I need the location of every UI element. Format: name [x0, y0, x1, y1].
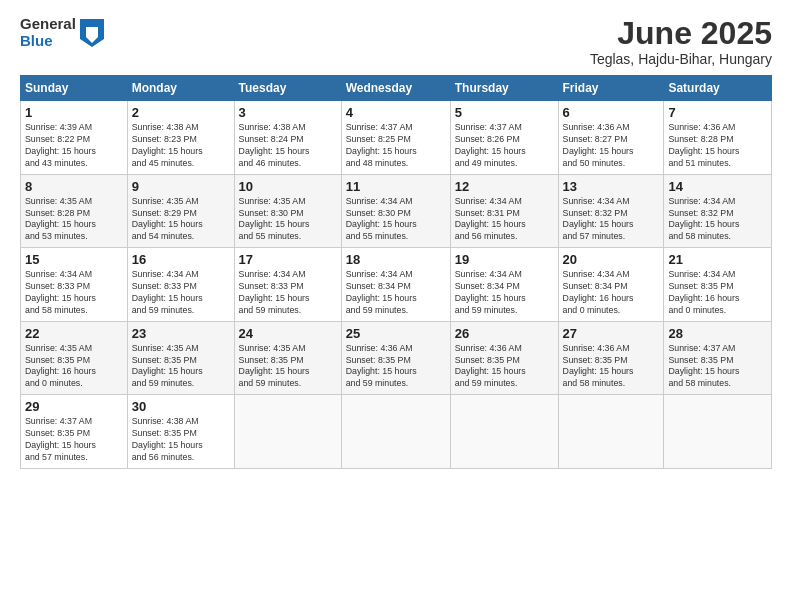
day-info: Sunrise: 4:37 AM Sunset: 8:26 PM Dayligh…	[455, 122, 554, 170]
day-info: Sunrise: 4:34 AM Sunset: 8:33 PM Dayligh…	[132, 269, 230, 317]
day-info: Sunrise: 4:35 AM Sunset: 8:35 PM Dayligh…	[132, 343, 230, 391]
calendar-cell: 9Sunrise: 4:35 AM Sunset: 8:29 PM Daylig…	[127, 174, 234, 248]
day-info: Sunrise: 4:34 AM Sunset: 8:32 PM Dayligh…	[563, 196, 660, 244]
calendar-cell: 11Sunrise: 4:34 AM Sunset: 8:30 PM Dayli…	[341, 174, 450, 248]
calendar-cell: 21Sunrise: 4:34 AM Sunset: 8:35 PM Dayli…	[664, 248, 772, 322]
day-number: 24	[239, 326, 337, 341]
col-tuesday: Tuesday	[234, 76, 341, 101]
page: General Blue June 2025 Teglas, Hajdu-Bih…	[0, 0, 792, 479]
logo: General Blue	[20, 16, 104, 49]
day-number: 2	[132, 105, 230, 120]
day-info: Sunrise: 4:34 AM Sunset: 8:33 PM Dayligh…	[25, 269, 123, 317]
calendar-cell: 2Sunrise: 4:38 AM Sunset: 8:23 PM Daylig…	[127, 101, 234, 175]
day-info: Sunrise: 4:36 AM Sunset: 8:28 PM Dayligh…	[668, 122, 767, 170]
calendar-cell: 25Sunrise: 4:36 AM Sunset: 8:35 PM Dayli…	[341, 321, 450, 395]
day-number: 30	[132, 399, 230, 414]
day-number: 19	[455, 252, 554, 267]
day-number: 14	[668, 179, 767, 194]
calendar-cell: 28Sunrise: 4:37 AM Sunset: 8:35 PM Dayli…	[664, 321, 772, 395]
day-info: Sunrise: 4:35 AM Sunset: 8:35 PM Dayligh…	[239, 343, 337, 391]
calendar-cell	[234, 395, 341, 469]
header: General Blue June 2025 Teglas, Hajdu-Bih…	[20, 16, 772, 67]
col-friday: Friday	[558, 76, 664, 101]
day-info: Sunrise: 4:35 AM Sunset: 8:28 PM Dayligh…	[25, 196, 123, 244]
day-info: Sunrise: 4:34 AM Sunset: 8:32 PM Dayligh…	[668, 196, 767, 244]
day-number: 23	[132, 326, 230, 341]
day-number: 27	[563, 326, 660, 341]
calendar-cell: 14Sunrise: 4:34 AM Sunset: 8:32 PM Dayli…	[664, 174, 772, 248]
calendar-cell: 18Sunrise: 4:34 AM Sunset: 8:34 PM Dayli…	[341, 248, 450, 322]
day-number: 16	[132, 252, 230, 267]
day-number: 26	[455, 326, 554, 341]
col-thursday: Thursday	[450, 76, 558, 101]
col-sunday: Sunday	[21, 76, 128, 101]
logo-general: General	[20, 16, 76, 33]
calendar-cell: 3Sunrise: 4:38 AM Sunset: 8:24 PM Daylig…	[234, 101, 341, 175]
calendar-cell: 24Sunrise: 4:35 AM Sunset: 8:35 PM Dayli…	[234, 321, 341, 395]
day-number: 5	[455, 105, 554, 120]
day-info: Sunrise: 4:34 AM Sunset: 8:34 PM Dayligh…	[346, 269, 446, 317]
day-info: Sunrise: 4:36 AM Sunset: 8:35 PM Dayligh…	[455, 343, 554, 391]
subtitle: Teglas, Hajdu-Bihar, Hungary	[590, 51, 772, 67]
calendar-cell: 4Sunrise: 4:37 AM Sunset: 8:25 PM Daylig…	[341, 101, 450, 175]
day-info: Sunrise: 4:37 AM Sunset: 8:35 PM Dayligh…	[668, 343, 767, 391]
calendar-cell: 30Sunrise: 4:38 AM Sunset: 8:35 PM Dayli…	[127, 395, 234, 469]
day-info: Sunrise: 4:34 AM Sunset: 8:33 PM Dayligh…	[239, 269, 337, 317]
day-info: Sunrise: 4:36 AM Sunset: 8:35 PM Dayligh…	[563, 343, 660, 391]
col-wednesday: Wednesday	[341, 76, 450, 101]
calendar-cell: 22Sunrise: 4:35 AM Sunset: 8:35 PM Dayli…	[21, 321, 128, 395]
calendar-cell: 15Sunrise: 4:34 AM Sunset: 8:33 PM Dayli…	[21, 248, 128, 322]
day-info: Sunrise: 4:35 AM Sunset: 8:29 PM Dayligh…	[132, 196, 230, 244]
calendar-body: 1Sunrise: 4:39 AM Sunset: 8:22 PM Daylig…	[21, 101, 772, 469]
day-info: Sunrise: 4:34 AM Sunset: 8:35 PM Dayligh…	[668, 269, 767, 317]
day-number: 8	[25, 179, 123, 194]
day-number: 9	[132, 179, 230, 194]
calendar-cell: 1Sunrise: 4:39 AM Sunset: 8:22 PM Daylig…	[21, 101, 128, 175]
day-number: 28	[668, 326, 767, 341]
calendar-cell: 10Sunrise: 4:35 AM Sunset: 8:30 PM Dayli…	[234, 174, 341, 248]
day-number: 29	[25, 399, 123, 414]
day-info: Sunrise: 4:34 AM Sunset: 8:30 PM Dayligh…	[346, 196, 446, 244]
day-info: Sunrise: 4:38 AM Sunset: 8:23 PM Dayligh…	[132, 122, 230, 170]
calendar-cell: 17Sunrise: 4:34 AM Sunset: 8:33 PM Dayli…	[234, 248, 341, 322]
calendar-table: Sunday Monday Tuesday Wednesday Thursday…	[20, 75, 772, 469]
calendar-week-5: 29Sunrise: 4:37 AM Sunset: 8:35 PM Dayli…	[21, 395, 772, 469]
calendar-cell: 8Sunrise: 4:35 AM Sunset: 8:28 PM Daylig…	[21, 174, 128, 248]
day-number: 20	[563, 252, 660, 267]
calendar-cell: 7Sunrise: 4:36 AM Sunset: 8:28 PM Daylig…	[664, 101, 772, 175]
day-number: 1	[25, 105, 123, 120]
day-number: 11	[346, 179, 446, 194]
day-number: 22	[25, 326, 123, 341]
calendar-cell: 16Sunrise: 4:34 AM Sunset: 8:33 PM Dayli…	[127, 248, 234, 322]
day-info: Sunrise: 4:35 AM Sunset: 8:35 PM Dayligh…	[25, 343, 123, 391]
day-info: Sunrise: 4:38 AM Sunset: 8:35 PM Dayligh…	[132, 416, 230, 464]
calendar-cell: 20Sunrise: 4:34 AM Sunset: 8:34 PM Dayli…	[558, 248, 664, 322]
col-monday: Monday	[127, 76, 234, 101]
calendar-cell: 19Sunrise: 4:34 AM Sunset: 8:34 PM Dayli…	[450, 248, 558, 322]
day-info: Sunrise: 4:37 AM Sunset: 8:35 PM Dayligh…	[25, 416, 123, 464]
day-number: 15	[25, 252, 123, 267]
calendar-week-3: 15Sunrise: 4:34 AM Sunset: 8:33 PM Dayli…	[21, 248, 772, 322]
day-info: Sunrise: 4:35 AM Sunset: 8:30 PM Dayligh…	[239, 196, 337, 244]
day-number: 17	[239, 252, 337, 267]
day-number: 3	[239, 105, 337, 120]
day-number: 21	[668, 252, 767, 267]
day-number: 25	[346, 326, 446, 341]
day-info: Sunrise: 4:36 AM Sunset: 8:35 PM Dayligh…	[346, 343, 446, 391]
calendar-cell	[450, 395, 558, 469]
day-number: 7	[668, 105, 767, 120]
calendar-cell: 13Sunrise: 4:34 AM Sunset: 8:32 PM Dayli…	[558, 174, 664, 248]
calendar-cell	[341, 395, 450, 469]
day-info: Sunrise: 4:34 AM Sunset: 8:34 PM Dayligh…	[455, 269, 554, 317]
day-number: 12	[455, 179, 554, 194]
day-info: Sunrise: 4:36 AM Sunset: 8:27 PM Dayligh…	[563, 122, 660, 170]
header-row: Sunday Monday Tuesday Wednesday Thursday…	[21, 76, 772, 101]
calendar-cell	[558, 395, 664, 469]
day-info: Sunrise: 4:34 AM Sunset: 8:31 PM Dayligh…	[455, 196, 554, 244]
logo-icon	[80, 19, 104, 47]
calendar-cell: 29Sunrise: 4:37 AM Sunset: 8:35 PM Dayli…	[21, 395, 128, 469]
calendar-cell	[664, 395, 772, 469]
calendar-cell: 27Sunrise: 4:36 AM Sunset: 8:35 PM Dayli…	[558, 321, 664, 395]
calendar-cell: 5Sunrise: 4:37 AM Sunset: 8:26 PM Daylig…	[450, 101, 558, 175]
logo-text: General Blue	[20, 16, 76, 49]
